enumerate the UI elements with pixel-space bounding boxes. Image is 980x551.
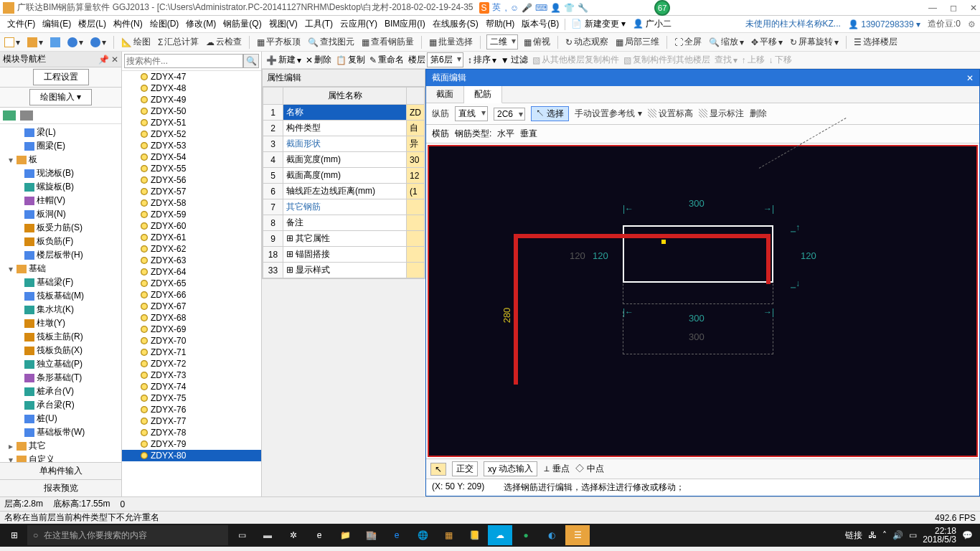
btn-horizontal[interactable]: 水平 (497, 128, 514, 140)
app-icon-10[interactable]: ☁ (488, 525, 512, 545)
orbit-button[interactable]: ↻ 动态观察 (564, 35, 610, 49)
list-item[interactable]: ZDYX-64 (122, 266, 261, 278)
draw-button[interactable]: 📐绘图 (120, 35, 152, 49)
prop-row[interactable]: 1名称ZD (263, 105, 425, 121)
redo-button[interactable]: ▾ (89, 37, 108, 48)
section-canvas[interactable]: 300 300 300 120 120 120 280 |←→| |←→| ⎯↑… (428, 145, 978, 457)
level-top-button[interactable]: ▦ 平齐板顶 (255, 35, 302, 49)
btn-xianshi[interactable]: ▧ 显示标注 (699, 108, 744, 120)
rotate-button[interactable]: ↻ 屏幕旋转 ▾ (788, 35, 840, 49)
app-icon-12[interactable]: ◐ (540, 525, 564, 545)
menu-help[interactable]: 帮助(H) (483, 17, 518, 32)
list-item[interactable]: ZDYX-77 (122, 415, 261, 427)
tree-item[interactable]: 筏板基础(M) (3, 289, 120, 303)
tree-item[interactable]: 独立基础(P) (3, 357, 120, 371)
list-item[interactable]: ZDYX-49 (122, 94, 261, 105)
list-item[interactable]: ZDYX-78 (122, 427, 261, 438)
tree-item[interactable]: 板洞(N) (3, 207, 120, 221)
tree-item[interactable]: 螺旋板(B) (3, 180, 120, 194)
tray-vol-icon[interactable]: 🔊 (892, 530, 903, 540)
tree-item[interactable]: 柱帽(V) (3, 194, 120, 207)
menu-online[interactable]: 在线服务(S) (430, 17, 481, 32)
bottom-tab-1[interactable]: 单构件输入 (0, 462, 121, 479)
st-floor[interactable]: 楼层 第6层 (408, 52, 463, 67)
cloud-check-button[interactable]: ☁ 云检查 (204, 35, 243, 49)
tray-notif-icon[interactable]: 💬 (962, 530, 973, 540)
btn-delete[interactable]: 删除 (750, 108, 767, 120)
tree-item[interactable]: 桩承台(V) (3, 385, 120, 398)
tree-ring-beam[interactable]: 圈梁(E) (3, 139, 120, 153)
st-new[interactable]: ➕新建 ▾ (266, 54, 301, 66)
st-down[interactable]: ↓下移 (769, 54, 792, 66)
menu-tool[interactable]: 工具(T) (302, 17, 336, 32)
menu-draw[interactable]: 绘图(D) (147, 17, 182, 32)
find-button[interactable]: 🔍 查找图元 (306, 35, 356, 49)
prop-row[interactable]: 33⊞ 显示样式 (263, 263, 425, 278)
prop-row[interactable]: 9⊞ 其它属性 (263, 231, 425, 247)
tree-item[interactable]: 现浇板(B) (3, 166, 120, 180)
app-icon-8[interactable]: ▦ (436, 525, 461, 545)
pin-icon[interactable]: 📌 ✕ (98, 55, 118, 65)
st-delete[interactable]: ✕删除 (306, 54, 331, 66)
warn-link[interactable]: 未使用的柱大样名称KZ... (745, 18, 841, 30)
list-item[interactable]: ZDYX-51 (122, 117, 261, 128)
btn-manual[interactable]: 手动设置参考线 ▾ (575, 108, 641, 120)
app-icon-11[interactable]: ● (514, 525, 538, 545)
prop-row[interactable]: 4截面宽度(mm)30 (263, 152, 425, 168)
tree-item[interactable]: 承台梁(R) (3, 398, 120, 412)
undo-button[interactable]: ▾ (66, 37, 85, 48)
new-change-button[interactable]: 📄 新建变更 ▾ (568, 17, 628, 32)
tree-item[interactable]: 筏板负筋(X) (3, 344, 120, 357)
list-item[interactable]: ZDYX-58 (122, 197, 261, 209)
sum-button[interactable]: Σ 汇总计算 (156, 35, 200, 49)
tree-item[interactable]: 集水坑(K) (3, 303, 120, 316)
tree-custom[interactable]: ▾自定义 (3, 453, 120, 462)
list-item[interactable]: ZDYX-80 (122, 450, 261, 461)
st-find[interactable]: 查找 ▾ (715, 54, 738, 66)
tree-item[interactable]: 条形基础(T) (3, 371, 120, 385)
save-button[interactable] (49, 37, 62, 48)
tray-clock[interactable]: 22:182018/5/3 (923, 527, 956, 544)
tray-ime-icon[interactable]: ▭ (909, 530, 917, 540)
app-icon-3[interactable]: e (307, 525, 331, 545)
list-item[interactable]: ZDYX-63 (122, 255, 261, 266)
se-close-icon[interactable]: ✕ (966, 73, 974, 83)
tree-beam[interactable]: 梁(L) (3, 126, 120, 139)
green-badge[interactable]: 67 (654, 0, 670, 16)
list-item[interactable]: ZDYX-74 (122, 381, 261, 392)
minimize-icon[interactable]: — (928, 3, 937, 13)
list-item[interactable]: ZDYX-79 (122, 438, 261, 450)
list-item[interactable]: ZDYX-65 (122, 278, 261, 289)
tree-item[interactable]: 桩(U) (3, 412, 120, 425)
list-item[interactable]: ZDYX-59 (122, 209, 261, 220)
list-item[interactable]: ZDYX-62 (122, 243, 261, 255)
pan-button[interactable]: ✥ 平移 ▾ (750, 35, 784, 49)
menu-file[interactable]: 文件(F) (4, 17, 38, 32)
tree-item[interactable]: 基础梁(F) (3, 276, 120, 289)
list-item[interactable]: ZDYX-52 (122, 128, 261, 140)
list-item[interactable]: ZDYX-70 (122, 335, 261, 347)
list-item[interactable]: ZDYX-75 (122, 392, 261, 404)
btn-biaogao[interactable]: ▧ 设置标高 (648, 108, 693, 120)
tree-other[interactable]: ▸其它 (3, 439, 120, 453)
dd-zhixian[interactable]: 直线 (455, 106, 488, 121)
search-button[interactable]: 🔍 (243, 54, 259, 68)
st-copyto[interactable]: ▧ 复制构件到其他楼层 (623, 54, 710, 66)
prop-row[interactable]: 18⊞ 锚固搭接 (263, 247, 425, 263)
menu-rebar[interactable]: 钢筋量(Q) (220, 17, 264, 32)
taskbar-search[interactable]: ○ 在这里输入你要搜索的内容 (27, 525, 228, 545)
st-filter[interactable]: ▼过滤 (501, 54, 528, 66)
ime-logo-icon[interactable]: S (479, 2, 489, 14)
tree-item[interactable]: 楼层板带(H) (3, 248, 120, 262)
menu-component[interactable]: 构件(N) (110, 17, 146, 32)
list-item[interactable]: ZDYX-57 (122, 186, 261, 197)
tree-item[interactable]: 板负筋(F) (3, 235, 120, 248)
list-item[interactable]: ZDYX-66 (122, 289, 261, 301)
st-copy[interactable]: 📋复制 (336, 54, 365, 66)
list-item[interactable]: ZDYX-47 (122, 71, 261, 83)
search-input[interactable] (124, 54, 243, 68)
app-icon-7[interactable]: 🌐 (410, 525, 435, 545)
app-icon-6[interactable]: e (385, 525, 409, 545)
prop-row[interactable]: 6轴线距左边线距离(mm)(1 (263, 184, 425, 199)
list-item[interactable]: ZDYX-71 (122, 347, 261, 358)
